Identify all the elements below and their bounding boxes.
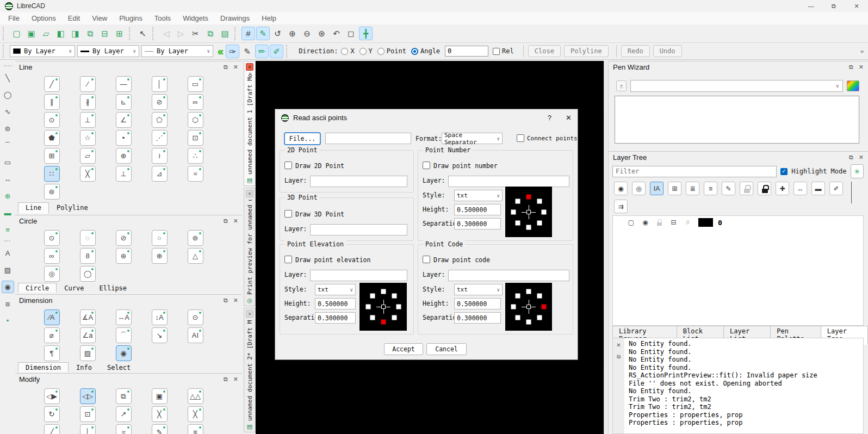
close-panel-icon[interactable]: ✕ (233, 376, 238, 383)
tab-polyline[interactable]: Polyline (49, 202, 96, 214)
layers-sort-top-button[interactable]: ≡ (704, 182, 717, 195)
dialog-help-button[interactable]: ? (548, 114, 551, 122)
pen-linetype-select[interactable]: By Layer ∨ (141, 45, 213, 57)
doc-tab-print-preview[interactable]: ✕ Print preview for unnamed document 1 ◎ (244, 188, 256, 306)
layers-hide-all-button[interactable]: ◎ (632, 182, 646, 195)
point-single[interactable]: • (116, 130, 132, 146)
restore-button[interactable]: ⧉ (822, 0, 845, 12)
dialog-close-button[interactable]: ✕ (566, 114, 572, 122)
doc-tab-close-icon[interactable]: ✕ (246, 63, 253, 71)
layer-pen-button[interactable]: ✎ (722, 182, 735, 195)
separation-number-input[interactable] (454, 218, 501, 230)
pen-pick-button[interactable]: ✑ (226, 45, 239, 58)
height-elevation-input[interactable] (315, 298, 356, 309)
circle-two-points[interactable]: ◌ (80, 230, 96, 246)
circle-center-point[interactable]: ⊙ (44, 230, 60, 246)
zoom-window-button[interactable]: ◻ (344, 27, 358, 40)
float-panel-icon[interactable]: ⧉ (224, 64, 228, 71)
line-triangle[interactable]: ⊿ (152, 166, 168, 182)
layer-filter-input[interactable] (612, 166, 777, 177)
circle-arc-handles[interactable]: ◯ (80, 266, 96, 282)
menu-drawings[interactable]: Drawings (214, 13, 256, 24)
modify-rotate[interactable]: ↻ (44, 406, 60, 422)
menu-view[interactable]: View (86, 13, 113, 24)
tool-spline[interactable]: ∿ (2, 106, 14, 118)
next-document-button[interactable]: ▷ (174, 27, 188, 40)
tool-ellipse[interactable]: ⊜ (2, 122, 14, 135)
float-panel-icon[interactable]: ⧉ (224, 297, 228, 304)
close-panel-icon[interactable]: ✕ (233, 64, 238, 71)
relative-checkbox-wrap[interactable]: Rel (493, 47, 514, 55)
menu-file[interactable]: File (2, 13, 26, 24)
float-output-icon[interactable]: ⧉ (617, 354, 621, 360)
pen-width-select[interactable]: By Layer ∨ (77, 45, 139, 57)
tool-move-rotate[interactable]: ⊕ (2, 190, 14, 202)
modify-trim-two[interactable]: ╳ (188, 406, 203, 422)
circle-tangent-three[interactable]: ⊕ (152, 248, 168, 264)
pen-copy-button[interactable]: ✐ (270, 45, 283, 58)
layer-remove-button[interactable]: ▬ (811, 182, 825, 195)
line-orthogonal[interactable]: ⊥ (80, 112, 96, 128)
layer-print-icon[interactable]: ⊟ (668, 218, 679, 227)
direction-point-radio[interactable]: Point (377, 47, 406, 55)
dim-aligned[interactable]: ∕A (44, 309, 60, 325)
doc-tab-unnamed-1[interactable]: ✕ unnamed document 1 [Draft Mode] ▤ (244, 61, 256, 186)
tool-measure[interactable]: ▬ (2, 207, 14, 219)
dim-text[interactable]: AI (188, 327, 203, 343)
print-preview-button[interactable]: ⊞ (113, 27, 126, 40)
spline-points[interactable]: ≀ (152, 148, 168, 164)
line-angle[interactable]: ∕ (80, 76, 96, 92)
line-tangent-orthogonal[interactable]: ⊙ (44, 112, 60, 128)
open-file-button[interactable]: ▱ (39, 27, 53, 40)
cut-button[interactable]: ✂ (189, 27, 202, 40)
layer-color-swatch[interactable] (698, 218, 713, 227)
close-polyline-button[interactable]: Close (528, 45, 561, 57)
rect-points[interactable]: ⊞ (44, 148, 60, 164)
direction-angle-radio[interactable]: Angle (411, 47, 440, 55)
modify-properties[interactable]: ✎ (152, 424, 168, 434)
circle-center-radius[interactable]: ⊚ (188, 230, 203, 246)
gear-icon[interactable]: ✳ (851, 164, 864, 178)
pen-wizard-adjust-button[interactable]: ± (616, 80, 627, 91)
toolbar-overflow-button[interactable]: » (860, 48, 864, 54)
layers-unlock-all-button[interactable] (740, 182, 753, 195)
line-tangent-two-circles[interactable]: ∞ (188, 94, 203, 110)
line-star[interactable]: ☆ (80, 130, 96, 146)
style-number-select[interactable]: txt ∨ (454, 190, 503, 201)
layer-tree-expand-button[interactable]: ⇉ (614, 200, 628, 213)
pen-pick-resolved-button[interactable]: ✎ (240, 45, 254, 58)
layer-dimension-button[interactable]: ↔ (793, 182, 807, 195)
line-horizontal[interactable]: — (116, 76, 132, 92)
dim-diametric[interactable]: ⌀ (44, 327, 60, 343)
circle-tangent-two-points[interactable]: 8 (80, 248, 96, 264)
polyline-button[interactable]: Polyline (564, 45, 609, 57)
back-chevron-button[interactable]: « (218, 45, 224, 58)
layers-lock-all-button[interactable] (758, 182, 771, 195)
doc-tab-unnamed-2[interactable]: ✕ unnamed document 2* [Draft Mode] ▤ (244, 308, 256, 432)
menu-options[interactable]: Options (26, 13, 62, 24)
dock-splitter[interactable] (604, 61, 609, 434)
layer-elevation-input[interactable] (310, 270, 407, 281)
layer-dim-button[interactable]: ⊞ (668, 182, 681, 195)
modify-attributes[interactable]: ≡ (188, 424, 203, 434)
cross-center[interactable]: ⊕ (116, 148, 132, 164)
highlight-mode-checkbox[interactable] (780, 168, 788, 175)
tab-info[interactable]: Info (69, 362, 100, 372)
tab-dimension[interactable]: Dimension (18, 362, 69, 372)
style-code-select[interactable]: txt ∨ (454, 284, 503, 295)
modify-bevel[interactable]: ╱ (44, 424, 60, 434)
layer-visible-icon[interactable]: ◉ (640, 218, 650, 227)
rectangle[interactable]: ▭ (188, 76, 203, 92)
tool-select[interactable]: ▭ (2, 156, 14, 169)
new-document-button[interactable]: ▢ (10, 27, 23, 40)
toolbar-handle[interactable] (129, 27, 134, 40)
connect-points-checkbox[interactable] (517, 134, 524, 142)
copy-button[interactable]: ⧉ (203, 27, 217, 40)
menu-edit[interactable]: Edit (62, 13, 86, 24)
polygon-center-tangent[interactable]: ⬡ (188, 112, 203, 128)
separation-code-input[interactable] (454, 312, 501, 324)
layer-number-input[interactable] (448, 176, 569, 187)
menu-help[interactable]: Help (256, 13, 282, 24)
style-elevation-select[interactable]: txt ∨ (315, 284, 356, 295)
menu-plugins[interactable]: Plugins (113, 13, 148, 24)
